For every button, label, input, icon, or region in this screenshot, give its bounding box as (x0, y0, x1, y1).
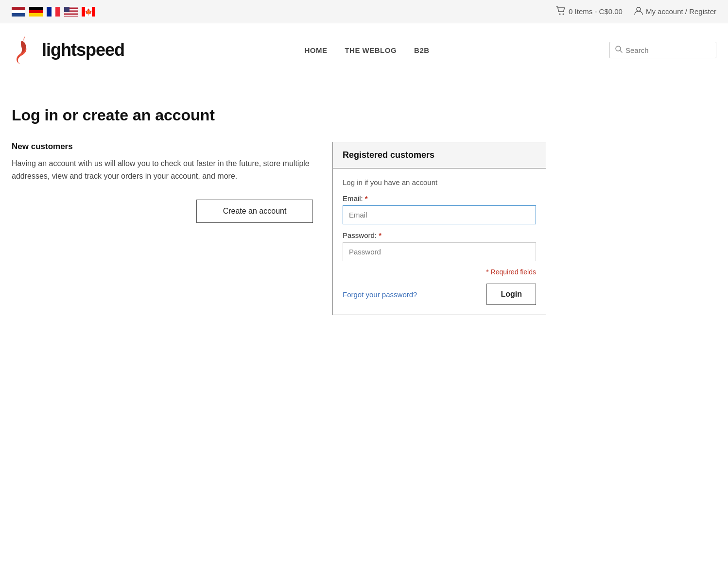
search-input[interactable] (625, 46, 711, 54)
login-footer: Forgot your password? Login (343, 284, 536, 305)
logo-icon (12, 35, 36, 65)
svg-rect-3 (29, 7, 43, 10)
flag-france[interactable] (47, 7, 60, 17)
flag-germany[interactable] (29, 7, 43, 17)
cart-label: 0 Items - C$0.00 (569, 7, 623, 16)
registered-customers-body: Log in if you have an account Email: * P… (333, 168, 546, 315)
new-customers-description: Having an account with us will allow you… (12, 157, 313, 182)
svg-rect-2 (12, 13, 25, 17)
logo[interactable]: lightspeed (12, 35, 124, 65)
svg-rect-18 (92, 7, 95, 17)
email-label: Email: * (343, 194, 536, 202)
svg-line-25 (620, 50, 622, 52)
email-required-star: * (365, 194, 368, 202)
svg-rect-6 (47, 7, 52, 17)
account-label: My account / Register (646, 7, 716, 16)
svg-rect-1 (12, 10, 25, 13)
new-customers-title: New customers (12, 142, 313, 151)
svg-point-22 (563, 14, 564, 15)
main-nav: HOME THE WEBLOG B2B (304, 46, 429, 54)
svg-rect-14 (64, 13, 78, 14)
nav-weblog[interactable]: THE WEBLOG (345, 46, 397, 54)
svg-rect-0 (12, 7, 25, 10)
svg-rect-15 (64, 15, 78, 16)
registered-customers-header: Registered customers (333, 142, 546, 168)
create-account-button[interactable]: Create an account (196, 200, 313, 223)
cart-area[interactable]: 0 Items - C$0.00 (556, 6, 623, 17)
svg-rect-8 (55, 7, 60, 17)
password-label: Password: * (343, 231, 536, 239)
nav-b2b[interactable]: B2B (414, 46, 430, 54)
svg-point-23 (637, 7, 641, 11)
svg-rect-7 (52, 7, 55, 17)
search-box[interactable] (609, 42, 716, 58)
email-input[interactable] (343, 205, 536, 224)
password-input[interactable] (343, 242, 536, 261)
login-button[interactable]: Login (486, 284, 536, 305)
cart-icon (556, 6, 566, 17)
search-icon (615, 45, 623, 55)
top-bar-right: 0 Items - C$0.00 My account / Register (556, 6, 716, 17)
password-field-group: Password: * (343, 231, 536, 261)
svg-rect-16 (64, 7, 69, 12)
flag-usa[interactable] (64, 7, 78, 17)
required-fields-note: * Required fields (343, 268, 536, 276)
svg-rect-13 (64, 12, 78, 13)
logo-text: lightspeed (42, 40, 124, 60)
svg-rect-4 (29, 10, 43, 13)
password-required-star: * (379, 231, 381, 239)
top-bar: 🍁 0 Items - C$0.00 My account / Register (0, 0, 728, 23)
email-field-group: Email: * (343, 194, 536, 224)
login-prompt: Log in if you have an account (343, 178, 536, 186)
forgot-password-link[interactable]: Forgot your password? (343, 290, 417, 299)
flag-canada[interactable]: 🍁 (82, 7, 95, 17)
new-customers-section: New customers Having an account with us … (12, 142, 313, 223)
account-icon (634, 6, 643, 17)
registered-customers-title: Registered customers (343, 150, 536, 160)
account-area[interactable]: My account / Register (634, 6, 716, 17)
header-divider (0, 75, 728, 75)
main-content: Log in or create an account New customer… (0, 91, 728, 344)
svg-point-21 (559, 14, 561, 15)
svg-text:🍁: 🍁 (85, 8, 93, 16)
header: lightspeed HOME THE WEBLOG B2B (0, 23, 728, 75)
registered-customers-section: Registered customers Log in if you have … (332, 142, 546, 315)
language-flags: 🍁 (12, 7, 95, 17)
svg-rect-5 (29, 13, 43, 17)
page-title: Log in or create an account (12, 106, 716, 124)
flag-netherlands[interactable] (12, 7, 25, 17)
content-columns: New customers Having an account with us … (12, 142, 716, 315)
nav-home[interactable]: HOME (304, 46, 327, 54)
